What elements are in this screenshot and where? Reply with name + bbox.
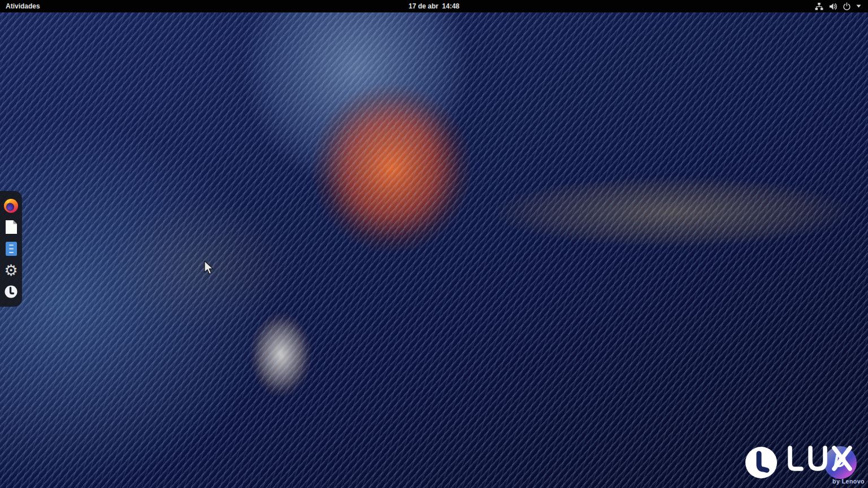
document-icon [5,220,18,234]
volume-icon [828,2,837,11]
top-bar: Atividades 17 de abr 14:48 [0,0,868,12]
dock: ⚙ [0,191,22,307]
dock-item-firefox[interactable] [2,197,20,215]
dock-item-document[interactable] [2,218,20,236]
byline-text: by Lenovo [832,478,865,485]
chevron-down-icon [856,5,861,8]
files-cabinet-icon [5,241,18,256]
lux-logo: D by Lenovo [738,441,868,487]
dock-item-settings[interactable]: ⚙ [2,262,20,280]
power-icon [843,2,851,11]
clock-icon [5,285,18,298]
network-wired-icon [815,2,823,11]
activities-button[interactable]: Atividades [0,0,46,12]
dock-item-files[interactable] [2,239,20,258]
settings-gear-icon: ⚙ [4,263,18,278]
lux-l-circle-icon [745,446,778,481]
clock-calendar-button[interactable]: 17 de abr 14:48 [409,0,459,12]
firefox-icon [3,198,19,213]
lux-wordmark [785,445,853,474]
desktop-wallpaper [0,0,868,488]
dock-item-clock[interactable] [2,283,20,301]
mouse-cursor [203,260,215,277]
system-tray[interactable] [815,0,868,12]
